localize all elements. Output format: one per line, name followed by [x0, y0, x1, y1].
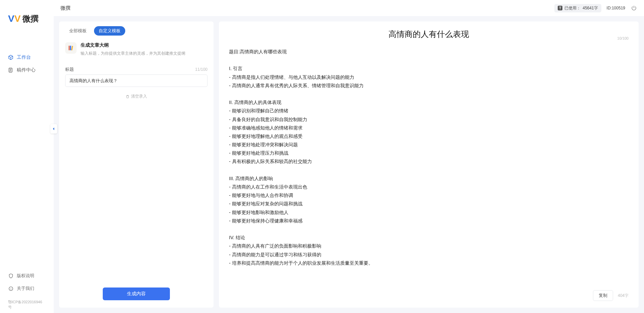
copy-button[interactable]: 复制: [593, 290, 613, 301]
trash-icon: [126, 95, 130, 99]
document-icon: [8, 67, 13, 73]
template-title: 生成文章大纲: [81, 42, 185, 48]
nav-label: 关于我们: [17, 285, 34, 292]
shield-icon: [8, 273, 13, 278]
template-desc: 输入标题，为你提供文章主体的灵感，并为其创建推文提纲: [81, 50, 185, 56]
content: 全部模板 自定义模板 生成文章大纲 输入标题，为你提供文章主体的灵感，并为其创建…: [54, 16, 644, 313]
svg-rect-3: [70, 46, 71, 50]
word-count: 404字: [618, 293, 629, 299]
template-tabs: 全部模板 自定义模板: [59, 21, 214, 38]
page-title: 微撰: [60, 5, 71, 11]
nav-label: 版权说明: [17, 273, 34, 279]
document-body[interactable]: 题目:高情商的人有哪些表现 I. 引言 - 高情商是指人们处理情绪、与他人互动以…: [219, 42, 639, 287]
usage-label: 已使用：: [564, 5, 581, 11]
user-id: ID:100519: [607, 6, 625, 10]
logo: VV 微撰: [0, 0, 54, 31]
tab-custom-templates[interactable]: 自定义模板: [94, 26, 125, 36]
title-input[interactable]: [65, 74, 208, 87]
bottom-nav: 版权说明 关于我们: [0, 269, 54, 298]
title-counter: 11/100: [195, 67, 208, 72]
usage-value: 45641字: [583, 5, 598, 11]
generate-button[interactable]: 生成内容: [103, 288, 170, 300]
nav-label: 稿件中心: [17, 67, 36, 73]
svg-rect-4: [71, 46, 73, 51]
sidebar-item-about[interactable]: 关于我们: [0, 282, 54, 295]
nav-label: 工作台: [17, 54, 31, 60]
main-nav: 工作台 稿件中心: [0, 31, 54, 269]
logo-text: 微撰: [22, 13, 39, 24]
sidebar-collapse-button[interactable]: [50, 124, 57, 134]
cube-icon: [8, 55, 13, 60]
left-panel: 全部模板 自定义模板 生成文章大纲 输入标题，为你提供文章主体的灵感，并为其创建…: [59, 21, 214, 308]
template-card: 生成文章大纲 输入标题，为你提供文章主体的灵感，并为其创建推文提纲: [59, 38, 214, 62]
svg-rect-2: [68, 46, 70, 50]
icp-text: 鄂ICP备2022016946号: [0, 298, 54, 313]
sidebar-item-workbench[interactable]: 工作台: [0, 51, 54, 64]
clear-label: 清空录入: [131, 94, 147, 99]
sidebar: VV 微撰 工作台 稿件中心 版权说明: [0, 0, 54, 313]
logo-mark: VV: [8, 13, 20, 24]
books-icon: [65, 42, 77, 54]
document-title[interactable]: 高情商的人有什么表现: [229, 29, 629, 40]
form: 标题 11/100 清空录入: [59, 62, 214, 99]
info-icon: [8, 286, 13, 291]
sidebar-item-drafts[interactable]: 稿件中心: [0, 64, 54, 76]
right-panel: 高情商的人有什么表现 10/100 题目:高情商的人有哪些表现 I. 引言 - …: [219, 21, 639, 308]
clear-input-button[interactable]: 清空录入: [65, 94, 208, 99]
main: 微撰 T 已使用： 45641字 ID:100519 全部模板 自定义模板: [54, 0, 644, 313]
text-icon: T: [558, 6, 562, 10]
power-button[interactable]: [631, 5, 637, 11]
sidebar-item-copyright[interactable]: 版权说明: [0, 269, 54, 282]
document-title-counter: 10/100: [617, 36, 629, 40]
title-field-label: 标题: [65, 66, 74, 72]
topbar: 微撰 T 已使用： 45641字 ID:100519: [54, 0, 644, 16]
tab-all-templates[interactable]: 全部模板: [64, 26, 91, 36]
usage-chip[interactable]: T 已使用： 45641字: [554, 4, 601, 12]
